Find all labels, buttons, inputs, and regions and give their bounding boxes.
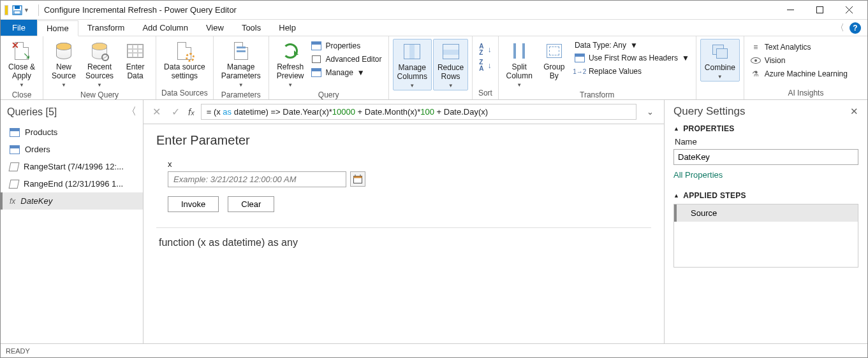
- svg-rect-1: [15, 6, 20, 9]
- group-label-sort: Sort: [476, 87, 494, 99]
- replace-values-button[interactable]: 1→2Replace Values: [572, 66, 692, 77]
- commit-formula-icon[interactable]: ✓: [169, 106, 182, 118]
- group-label-transform: Transform: [503, 89, 692, 101]
- sort-desc-button[interactable]: ZA↓: [476, 59, 494, 73]
- tab-file[interactable]: File: [1, 20, 37, 36]
- field-label-x: x: [168, 159, 651, 169]
- param-x-input[interactable]: [168, 171, 346, 187]
- editor-center: ✕ ✓ fx = (x as datetime) => Date.Year(x)…: [143, 100, 665, 343]
- advanced-editor-button[interactable]: Advanced Editor: [309, 54, 384, 65]
- properties-header[interactable]: ▲PROPERTIES: [673, 124, 858, 133]
- all-properties-link[interactable]: All Properties: [673, 170, 723, 180]
- reduce-rows-button[interactable]: Reduce Rows▼: [433, 39, 468, 90]
- cancel-formula-icon[interactable]: ✕: [150, 106, 163, 118]
- group-by-button[interactable]: Group By: [538, 39, 571, 82]
- fx-label: fx: [188, 106, 195, 117]
- minimize-button[interactable]: [776, 1, 805, 19]
- svg-rect-8: [354, 176, 362, 178]
- group-label-parameters: Parameters: [217, 89, 265, 101]
- data-source-settings-button[interactable]: Data source settings: [160, 39, 209, 82]
- separator: [156, 227, 651, 228]
- properties-button[interactable]: Properties: [309, 40, 384, 52]
- parameter-icon: [9, 162, 20, 171]
- expand-formula-icon[interactable]: ⌄: [643, 107, 658, 117]
- tab-transform[interactable]: Transform: [78, 20, 134, 36]
- query-item-products[interactable]: Products: [1, 124, 143, 141]
- query-item-datekey[interactable]: fxDateKey: [1, 192, 143, 210]
- close-apply-button[interactable]: ✕↘ Close & Apply▼: [4, 39, 39, 89]
- clear-button[interactable]: Clear: [228, 196, 274, 212]
- svg-rect-4: [816, 7, 823, 13]
- app-icon: [4, 5, 8, 15]
- main-area: Queries [5] 〈 Products Orders RangeStart…: [1, 100, 867, 343]
- query-name-input[interactable]: [673, 149, 858, 165]
- group-label-ai: AI Insights: [748, 87, 864, 99]
- function-icon: fx: [10, 197, 15, 206]
- new-source-button[interactable]: New Source▼: [47, 39, 80, 89]
- collapse-queries-icon[interactable]: 〈: [126, 105, 136, 118]
- query-item-orders[interactable]: Orders: [1, 141, 143, 158]
- step-source[interactable]: Source: [674, 204, 858, 222]
- applied-steps-list: Source: [673, 204, 858, 268]
- split-column-button[interactable]: Split Column▼: [503, 39, 536, 89]
- separator: [38, 4, 39, 16]
- svg-rect-2: [14, 11, 20, 14]
- maximize-button[interactable]: [805, 1, 834, 19]
- form-heading: Enter Parameter: [156, 133, 651, 148]
- save-icon[interactable]: [12, 5, 22, 15]
- qat-dropdown-icon[interactable]: ▼: [24, 7, 29, 13]
- data-type-button[interactable]: Data Type: Any ▼: [572, 40, 692, 50]
- formula-bar: ✕ ✓ fx = (x as datetime) => Date.Year(x)…: [143, 100, 664, 124]
- first-row-headers-button[interactable]: Use First Row as Headers ▼: [572, 52, 692, 64]
- combine-button[interactable]: Combine▼: [700, 39, 740, 82]
- tab-add-column[interactable]: Add Column: [133, 20, 197, 36]
- manage-button[interactable]: Manage ▼: [309, 67, 384, 78]
- status-bar: READY: [1, 343, 867, 357]
- recent-sources-button[interactable]: Recent Sources▼: [82, 39, 117, 89]
- status-text: READY: [6, 347, 30, 355]
- parameter-form: Enter Parameter x Invoke Clear function …: [143, 124, 664, 257]
- parameter-icon: [9, 180, 20, 189]
- group-label-query: Query: [273, 89, 385, 101]
- queries-title: Queries [5]: [7, 106, 57, 118]
- settings-title: Query Settings: [673, 105, 745, 118]
- name-label: Name: [675, 137, 858, 147]
- tab-view[interactable]: View: [197, 20, 233, 36]
- tab-tools[interactable]: Tools: [233, 20, 270, 36]
- query-settings-panel: Query Settings ✕ ▲PROPERTIES Name All Pr…: [665, 100, 867, 343]
- help-icon[interactable]: ?: [850, 22, 861, 34]
- collapse-ribbon-icon[interactable]: 〈: [835, 22, 844, 34]
- table-icon: [10, 145, 20, 154]
- calendar-picker-button[interactable]: [350, 171, 365, 187]
- applied-steps-header[interactable]: ▲APPLIED STEPS: [673, 191, 858, 200]
- manage-columns-button[interactable]: Manage Columns▼: [393, 39, 432, 90]
- formula-input[interactable]: = (x as datetime) => Date.Year(x)*10000 …: [201, 104, 636, 120]
- text-analytics-button[interactable]: ≡Text Analytics: [748, 41, 850, 53]
- title-bar: ▼ Configure Incremental Refresh - Power …: [1, 1, 867, 20]
- vision-button[interactable]: Vision: [748, 55, 850, 66]
- function-signature: function (x as datetime) as any: [156, 237, 651, 248]
- query-item-rangestart[interactable]: RangeStart (7/4/1996 12:...: [1, 158, 143, 175]
- queries-panel: Queries [5] 〈 Products Orders RangeStart…: [1, 100, 143, 343]
- enter-data-button[interactable]: Enter Data: [119, 39, 152, 82]
- group-label-new-query: New Query: [47, 89, 152, 101]
- ribbon: ✕↘ Close & Apply▼ Close New Source▼ Rece…: [1, 36, 867, 100]
- sort-asc-button[interactable]: AZ↓: [476, 43, 494, 57]
- group-label-data-sources: Data Sources: [160, 87, 209, 99]
- window-title: Configure Incremental Refresh - Power Qu…: [44, 5, 237, 15]
- manage-parameters-button[interactable]: Manage Parameters▼: [217, 39, 265, 89]
- query-item-rangeend[interactable]: RangeEnd (12/31/1996 1...: [1, 175, 143, 192]
- close-button[interactable]: [834, 1, 864, 19]
- invoke-button[interactable]: Invoke: [168, 196, 219, 212]
- group-label-close: Close: [4, 89, 39, 101]
- refresh-preview-button[interactable]: Refresh Preview▼: [273, 39, 308, 89]
- azure-ml-button[interactable]: ⚗Azure Machine Learning: [748, 68, 850, 80]
- table-icon: [10, 128, 20, 137]
- close-settings-icon[interactable]: ✕: [850, 106, 858, 117]
- tab-home[interactable]: Home: [37, 20, 78, 36]
- tab-help[interactable]: Help: [270, 20, 305, 36]
- ribbon-tabs: File Home Transform Add Column View Tool…: [1, 20, 867, 36]
